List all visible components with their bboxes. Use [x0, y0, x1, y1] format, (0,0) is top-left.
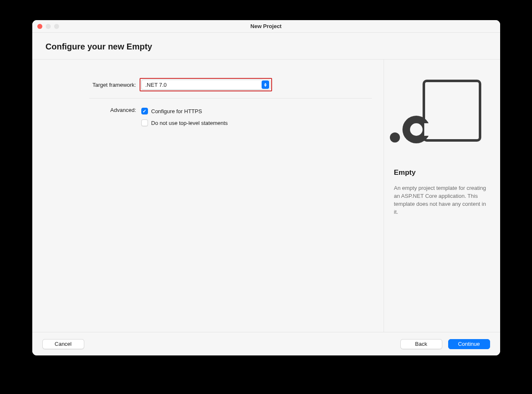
- top-level-checkbox[interactable]: [141, 119, 148, 126]
- info-panel: Empty An empty project template for crea…: [384, 60, 500, 332]
- advanced-options: ✓ Configure for HTTPS Do not use top-lev…: [141, 107, 228, 126]
- template-icon: [402, 80, 481, 143]
- window-title: New Project: [32, 23, 500, 29]
- header-section: Configure your new Empty: [32, 33, 500, 60]
- cancel-button[interactable]: Cancel: [42, 339, 84, 349]
- chevron-updown-icon: [262, 80, 269, 89]
- back-label: Back: [415, 341, 427, 347]
- footer: Cancel Back Continue: [32, 332, 500, 355]
- top-level-label: Do not use top-level statements: [151, 120, 228, 126]
- top-level-checkbox-row[interactable]: Do not use top-level statements: [141, 119, 228, 126]
- target-framework-select[interactable]: .NET 7.0: [141, 80, 270, 90]
- close-icon[interactable]: [37, 24, 42, 29]
- https-checkbox-row[interactable]: ✓ Configure for HTTPS: [141, 108, 228, 114]
- advanced-label: Advanced:: [44, 107, 141, 113]
- continue-button[interactable]: Continue: [448, 339, 490, 349]
- cancel-label: Cancel: [54, 341, 71, 347]
- maximize-icon[interactable]: [54, 24, 59, 29]
- target-framework-row: Target framework: .NET 7.0: [44, 80, 372, 90]
- minimize-icon[interactable]: [46, 24, 51, 29]
- content-area: Target framework: .NET 7.0 Advanced:: [32, 60, 500, 332]
- back-button[interactable]: Back: [400, 339, 442, 349]
- checkmark-icon: ✓: [143, 109, 146, 114]
- footer-right: Back Continue: [400, 339, 490, 349]
- divider: [89, 98, 372, 98]
- form-area: Target framework: .NET 7.0 Advanced:: [32, 60, 384, 332]
- advanced-group: Advanced: ✓ Configure for HTTPS Do not u…: [44, 107, 372, 126]
- page-title: Configure your new Empty: [46, 42, 487, 52]
- target-framework-select-wrap: .NET 7.0: [141, 80, 270, 90]
- template-rect-icon: [423, 80, 481, 142]
- titlebar: New Project: [32, 20, 500, 33]
- https-checkbox[interactable]: ✓: [141, 108, 148, 114]
- traffic-lights: [37, 24, 59, 29]
- continue-label: Continue: [458, 341, 480, 347]
- template-circle-icon: [402, 116, 430, 143]
- template-name: Empty: [394, 168, 490, 177]
- target-framework-value: .NET 7.0: [145, 82, 167, 88]
- target-framework-label: Target framework:: [44, 82, 141, 88]
- template-description: An empty project template for creating a…: [394, 184, 490, 216]
- https-label: Configure for HTTPS: [151, 108, 202, 114]
- new-project-window: New Project Configure your new Empty Tar…: [32, 20, 500, 355]
